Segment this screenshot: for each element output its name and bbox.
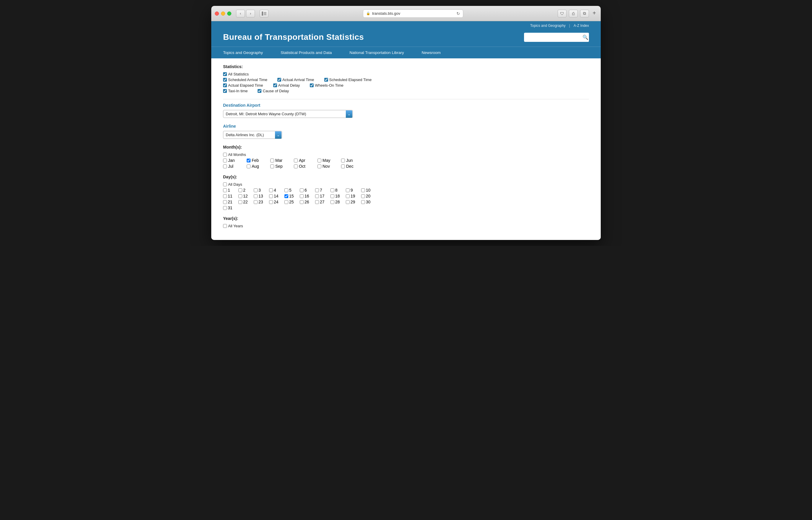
day26-label[interactable]: 26 — [304, 200, 309, 204]
day22-checkbox[interactable] — [239, 200, 242, 204]
may-label[interactable]: May — [322, 158, 330, 163]
airline-select[interactable]: Delta Airlines Inc. (DL) — [223, 131, 282, 139]
day30-label[interactable]: 30 — [366, 200, 371, 204]
all-statistics-checkbox[interactable] — [223, 72, 227, 76]
day14-checkbox[interactable] — [269, 194, 273, 198]
wheels-on-label[interactable]: Wheels-On Time — [315, 83, 343, 87]
wheels-on-checkbox[interactable] — [310, 83, 314, 87]
aug-checkbox[interactable] — [247, 164, 250, 168]
cause-delay-label[interactable]: Cause of Delay — [263, 89, 289, 93]
search-input[interactable] — [524, 33, 580, 41]
day12-label[interactable]: 12 — [243, 194, 248, 199]
day11-checkbox[interactable] — [223, 194, 227, 198]
jul-label[interactable]: Jul — [228, 164, 233, 168]
scheduled-elapsed-checkbox[interactable] — [324, 78, 328, 82]
day31-checkbox[interactable] — [223, 206, 227, 210]
nov-checkbox[interactable] — [318, 164, 321, 168]
feb-checkbox[interactable] — [247, 159, 250, 162]
jan-checkbox[interactable] — [223, 159, 227, 162]
day18-label[interactable]: 18 — [335, 194, 340, 199]
address-bar[interactable]: 🔒 transtats.bts.gov ↻ — [363, 9, 463, 18]
close-button[interactable] — [215, 11, 219, 16]
apr-checkbox[interactable] — [294, 159, 298, 162]
day9-checkbox[interactable] — [346, 188, 350, 192]
day6-label[interactable]: 6 — [304, 188, 307, 192]
ask-librarian-link[interactable]: Topics and Geography — [530, 24, 566, 28]
day10-checkbox[interactable] — [361, 188, 365, 192]
day8-checkbox[interactable] — [330, 188, 334, 192]
search-button[interactable]: 🔍 — [580, 33, 589, 42]
actual-arrival-label[interactable]: Actual Arrival Time — [282, 78, 314, 82]
taxi-in-label[interactable]: Taxi-In time — [228, 89, 248, 93]
mar-checkbox[interactable] — [270, 159, 274, 162]
day20-label[interactable]: 20 — [366, 194, 371, 199]
feb-label[interactable]: Feb — [252, 158, 259, 163]
day28-checkbox[interactable] — [330, 200, 334, 204]
day23-label[interactable]: 23 — [259, 200, 263, 204]
day15-checkbox[interactable] — [285, 194, 288, 198]
scheduled-arrival-label[interactable]: Scheduled Arrival Time — [228, 78, 267, 82]
actual-elapsed-checkbox[interactable] — [223, 83, 227, 87]
day3-label[interactable]: 3 — [259, 188, 261, 192]
day13-checkbox[interactable] — [254, 194, 257, 198]
nav-item-topics[interactable]: Topics and Geography — [223, 47, 280, 58]
actual-arrival-checkbox[interactable] — [277, 78, 281, 82]
nav-item-statistical[interactable]: Statistical Products and Data — [280, 47, 349, 58]
jan-label[interactable]: Jan — [228, 158, 235, 163]
day25-checkbox[interactable] — [285, 200, 288, 204]
day19-label[interactable]: 19 — [350, 194, 355, 199]
mar-label[interactable]: Mar — [275, 158, 282, 163]
forward-button[interactable]: › — [246, 10, 255, 18]
day5-label[interactable]: 5 — [289, 188, 292, 192]
all-months-label[interactable]: All Months — [228, 152, 246, 157]
day27-checkbox[interactable] — [315, 200, 319, 204]
scheduled-elapsed-label[interactable]: Scheduled Elapsed Time — [329, 78, 372, 82]
day3-checkbox[interactable] — [254, 188, 257, 192]
day2-checkbox[interactable] — [239, 188, 242, 192]
actual-elapsed-label[interactable]: Actual Elapsed Time — [228, 83, 263, 87]
day10-label[interactable]: 10 — [366, 188, 371, 192]
all-years-checkbox[interactable] — [223, 224, 227, 228]
apr-label[interactable]: Apr — [299, 158, 305, 163]
day17-label[interactable]: 17 — [320, 194, 325, 199]
day21-label[interactable]: 21 — [228, 200, 232, 204]
day28-label[interactable]: 28 — [335, 200, 340, 204]
all-months-checkbox[interactable] — [223, 153, 227, 157]
dec-checkbox[interactable] — [341, 164, 345, 168]
may-checkbox[interactable] — [318, 159, 321, 162]
day20-checkbox[interactable] — [361, 194, 365, 198]
refresh-icon[interactable]: ↻ — [457, 11, 460, 16]
day18-checkbox[interactable] — [330, 194, 334, 198]
day17-checkbox[interactable] — [315, 194, 319, 198]
oct-label[interactable]: Oct — [299, 164, 305, 168]
day23-checkbox[interactable] — [254, 200, 257, 204]
day9-label[interactable]: 9 — [350, 188, 353, 192]
day29-checkbox[interactable] — [346, 200, 350, 204]
all-years-label[interactable]: All Years — [228, 224, 243, 228]
day1-label[interactable]: 1 — [228, 188, 230, 192]
day12-checkbox[interactable] — [239, 194, 242, 198]
day25-label[interactable]: 25 — [289, 200, 294, 204]
day2-label[interactable]: 2 — [243, 188, 245, 192]
cause-delay-checkbox[interactable] — [257, 89, 262, 93]
day1-checkbox[interactable] — [223, 188, 227, 192]
day11-label[interactable]: 11 — [228, 194, 232, 199]
day14-label[interactable]: 14 — [274, 194, 278, 199]
maximize-button[interactable] — [227, 11, 231, 16]
day30-checkbox[interactable] — [361, 200, 365, 204]
arrival-delay-checkbox[interactable] — [273, 83, 277, 87]
day21-checkbox[interactable] — [223, 200, 227, 204]
day4-checkbox[interactable] — [269, 188, 273, 192]
jun-checkbox[interactable] — [341, 159, 345, 162]
dec-label[interactable]: Dec — [346, 164, 353, 168]
day7-label[interactable]: 7 — [320, 188, 322, 192]
minimize-button[interactable] — [221, 11, 225, 16]
all-days-checkbox[interactable] — [223, 182, 227, 186]
aug-label[interactable]: Aug — [252, 164, 259, 168]
day31-label[interactable]: 31 — [228, 205, 232, 210]
sep-label[interactable]: Sep — [275, 164, 283, 168]
day13-label[interactable]: 13 — [259, 194, 263, 199]
day8-label[interactable]: 8 — [335, 188, 338, 192]
day29-label[interactable]: 29 — [350, 200, 355, 204]
new-tab-button[interactable]: + — [591, 10, 597, 18]
